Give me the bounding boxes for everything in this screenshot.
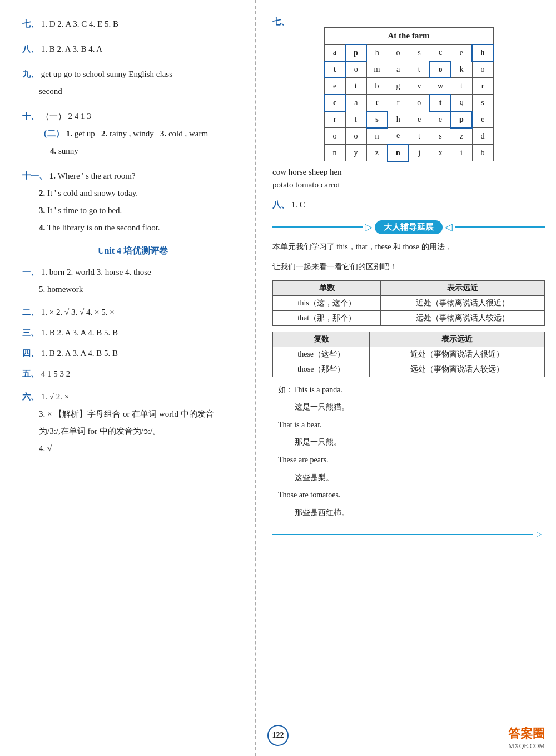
singular-r2c1: that（那，那个）	[273, 310, 381, 325]
farm-row-3: c a r r o t q s	[324, 95, 493, 111]
example-2-en: That is a bear.	[278, 418, 545, 433]
section-shier-item2: 2. It ' s cold and snowy today.	[39, 186, 244, 201]
singular-header: 单数 表示远近	[273, 280, 545, 295]
plural-r2c1: those（那些）	[273, 362, 370, 377]
unit-san-label: 三、	[22, 328, 39, 337]
farm-cell-6-1: y	[345, 145, 366, 161]
plural-row1: these（这些） 近处（事物离说话人很近）	[273, 347, 545, 362]
unit-liu-note2: 为/3:/,在单词 for 中的发音为/ɔ:/。	[39, 424, 244, 439]
farm-cell-6-4: j	[409, 145, 430, 161]
farm-cell-2-5: w	[430, 78, 451, 95]
unit-si-ans: 1. B 2. A 3. A 4. B 5. B	[41, 349, 118, 358]
section-shier-item3: 3. It ' s time to go to bed.	[39, 203, 244, 218]
farm-cell-5-3: e	[388, 128, 409, 145]
page-number: 122	[267, 725, 289, 746]
section-qi-left: 七、 1. D 2. A 3. C 4. E 5. B	[22, 17, 244, 32]
farm-cell-0-7: h	[472, 45, 493, 61]
farm-cell-4-4: e	[409, 111, 430, 128]
unit-section-si: 四、 1. B 2. A 3. A 4. B 5. B	[22, 348, 244, 359]
unit-section-liu: 六、 1. √ 2. × 3. × 【解析】字母组合 or 在单词 world …	[22, 389, 244, 456]
qi-right-label: 七、	[272, 17, 289, 26]
farm-cell-0-4: s	[409, 45, 430, 61]
section-ba-label: 八、	[22, 45, 39, 53]
farm-cell-0-6: e	[451, 45, 472, 61]
farm-cell-1-4: t	[409, 61, 430, 78]
farm-cell-4-2: s	[366, 111, 388, 128]
farm-cell-4-1: t	[345, 111, 366, 128]
section-shi-sub2-bold: 1. get up 2. rainy , windy 3. cold , war…	[66, 129, 208, 138]
bottom-left-line	[272, 534, 533, 535]
plural-table: 复数 表示远近 these（这些） 近处（事物离说话人很近） those（那些）…	[272, 332, 545, 377]
farm-cell-6-6: i	[451, 145, 472, 161]
farm-cell-4-7: e	[472, 111, 493, 128]
farm-cell-0-0: a	[324, 45, 345, 61]
farm-cell-6-0: n	[324, 145, 345, 161]
unit-san-ans: 1. B 2. A 3. A 4. B 5. B	[41, 328, 118, 337]
farm-cell-1-2: m	[366, 61, 388, 78]
unit-er-ans: 1. × 2. √ 3. √ 4. × 5. ×	[41, 308, 115, 317]
farm-cell-6-2: z	[366, 145, 388, 161]
plural-header: 复数 表示远近	[273, 332, 545, 347]
right-column: 七、 At the farm a p h o s c e h	[256, 0, 556, 756]
section-shi-sub1-ans: 2 4 1 3	[68, 112, 91, 121]
tutor-banner: ▷ 大人辅导延展 ◁	[272, 220, 545, 234]
farm-cell-4-6: p	[451, 111, 472, 128]
plural-h2: 表示远近	[370, 332, 545, 347]
section-shier: 十一、 1. Where ' s the art room? 2. It ' s…	[22, 169, 244, 235]
section-ba-right: 八、 1. C	[272, 200, 545, 210]
vocab-line2: potato tomato carrot	[272, 180, 545, 190]
farm-cell-2-3: g	[388, 78, 409, 95]
unit-wu-label: 五、	[22, 369, 39, 378]
section-jiu-line1: 九、 get up go to school sunny English cla…	[22, 67, 244, 82]
watermark-url: MXQE.COM	[508, 742, 545, 750]
unit-liu-note3: 4. √	[39, 441, 244, 456]
farm-cell-0-5: c	[430, 45, 451, 61]
unit-liu-note1: 3. × 【解析】字母组合 or 在单词 world 中的发音	[39, 407, 244, 422]
ba-right-ans: 1. C	[291, 200, 305, 209]
plural-r2c2: 远处（事物离说话人较远）	[370, 362, 545, 377]
section-jiu: 九、 get up go to school sunny English cla…	[22, 67, 244, 99]
unit-yi-line1: 一、 1. born 2. world 3. horse 4. those	[22, 265, 244, 280]
farm-cell-2-1: t	[345, 78, 366, 95]
bottom-icon: ▷	[537, 530, 542, 538]
unit-title: Unit 4 培优测评卷	[22, 245, 244, 257]
example-4-zh: 那些是西红柿。	[295, 506, 545, 521]
example-3-zh: 这些是梨。	[295, 471, 545, 486]
farm-row-0: a p h o s c e h	[324, 45, 493, 61]
unit-wu-ans: 4 1 5 3 2	[41, 369, 71, 378]
farm-cell-3-7: s	[472, 95, 493, 111]
farm-cell-5-2: n	[366, 128, 388, 145]
farm-wrapper: At the farm a p h o s c e h t o	[272, 27, 545, 162]
plural-r1c1: these（这些）	[273, 347, 370, 362]
singular-row1: this（这，这个） 近处（事物离说话人很近）	[273, 295, 545, 310]
unit-yi-line2: 5. homework	[39, 282, 244, 297]
farm-cell-0-2: h	[366, 45, 388, 61]
farm-cell-3-1: a	[345, 95, 366, 111]
plural-h1: 复数	[273, 332, 370, 347]
farm-cell-1-7: o	[472, 61, 493, 78]
farm-cell-2-2: b	[366, 78, 388, 95]
section-ba-left: 八、 1. B 2. A 3. B 4. A	[22, 42, 244, 57]
section-shi-sub1-label: （一）	[41, 112, 66, 121]
singular-h1: 单数	[273, 280, 381, 295]
farm-title: At the farm	[324, 28, 493, 45]
section-shier-item4: 4. The library is on the second floor.	[39, 220, 244, 235]
farm-cell-3-0: c	[324, 95, 345, 111]
section-shi-label: 十、	[22, 112, 39, 121]
farm-cell-2-6: t	[451, 78, 472, 95]
farm-cell-5-6: z	[451, 128, 472, 145]
unit-section-er: 二、 1. × 2. √ 3. √ 4. × 5. ×	[22, 307, 244, 318]
section-qi-answers: 1. D 2. A 3. C 4. E 5. B	[41, 19, 118, 28]
section-jiu-ans1: get up go to school sunny English class	[41, 70, 172, 78]
plural-r1c2: 近处（事物离说话人很近）	[370, 347, 545, 362]
farm-cell-4-3: h	[388, 111, 409, 128]
section-qi-right: 七、 At the farm a p h o s c e h	[272, 17, 545, 190]
example-4-en: Those are tomatoes.	[278, 488, 545, 503]
farm-cell-5-5: s	[430, 128, 451, 145]
singular-r1c1: this（这，这个）	[273, 295, 381, 310]
banner-left-line	[272, 226, 363, 228]
example-1-en: 如：This is a panda.	[278, 383, 545, 398]
unit-liu-label: 六、	[22, 392, 39, 401]
section-jiu-label: 九、	[22, 70, 39, 78]
singular-row2: that（那，那个） 远处（事物离说话人较远）	[273, 310, 545, 325]
